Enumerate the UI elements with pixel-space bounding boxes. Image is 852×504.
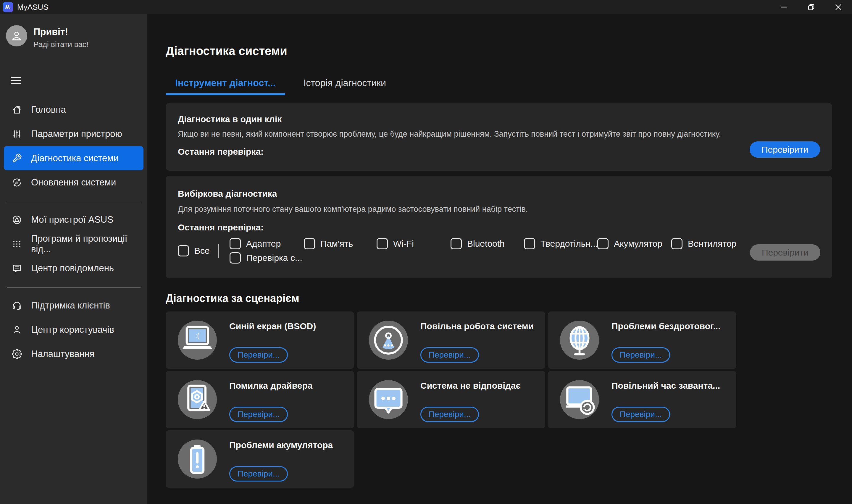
tab-bar: Інструмент діагност... Історія діагности… bbox=[166, 77, 832, 95]
last-check-label: Остання перевірка: bbox=[178, 146, 820, 157]
scenario-card-bsod: :( Синій екран (BSOD) Перевіри... bbox=[166, 311, 354, 369]
tab-diagnostic-history[interactable]: Історія діагностики bbox=[294, 77, 396, 95]
scenario-check-button[interactable]: Перевіри... bbox=[229, 347, 288, 363]
sidebar-item-label: Оновлення системи bbox=[31, 177, 116, 188]
avatar[interactable] bbox=[6, 25, 27, 47]
scenario-card-title: Проблеми бездротовог... bbox=[612, 321, 736, 331]
checkbox-fan[interactable]: Вентилятор bbox=[671, 237, 736, 250]
card-description: Для розуміння поточного стану вашого ком… bbox=[178, 204, 820, 214]
checkbox-ssd[interactable]: Твердотільн... bbox=[524, 237, 598, 250]
window-controls bbox=[771, 0, 852, 14]
main-content: Діагностика системи Інструмент діагност.… bbox=[147, 14, 852, 504]
card-title: Вибіркова діагностика bbox=[178, 188, 820, 199]
sidebar-item-home[interactable]: Головна bbox=[4, 97, 144, 122]
sidebar-item-label: Центр користувачів bbox=[31, 324, 114, 335]
sidebar-item-label: Програми й пропозиції від... bbox=[31, 233, 144, 255]
checkbox-wifi[interactable]: Wi-Fi bbox=[377, 237, 414, 250]
home-icon bbox=[12, 105, 22, 115]
sidebar-item-customer-support[interactable]: Підтримка клієнтів bbox=[4, 293, 144, 318]
sidebar-item-label: Мої пристрої ASUS bbox=[31, 214, 113, 225]
scenario-section-heading: Діагностика за сценарієм bbox=[166, 292, 832, 304]
scenario-check-button[interactable]: Перевіри... bbox=[420, 407, 479, 422]
scenario-card-title: Помилка драйвера bbox=[229, 380, 354, 391]
page-title: Діагностика системи bbox=[166, 44, 832, 58]
checkbox-box bbox=[377, 238, 388, 249]
system-update-icon bbox=[12, 178, 22, 187]
user-icon bbox=[12, 325, 22, 335]
driver-error-icon bbox=[178, 380, 217, 419]
checkbox-group-divider bbox=[218, 244, 219, 258]
greeting-subtitle: Раді вітати вас! bbox=[33, 40, 88, 49]
scenario-check-button[interactable]: Перевіри... bbox=[612, 407, 670, 422]
scenario-check-button[interactable]: Перевіри... bbox=[420, 347, 479, 363]
restore-button[interactable] bbox=[798, 0, 825, 14]
sidebar-divider bbox=[7, 288, 141, 288]
checkbox-memory[interactable]: Пам'ять bbox=[304, 237, 353, 250]
checkbox-box bbox=[304, 238, 315, 249]
scenario-grid: :( Синій екран (BSOD) Перевіри... Повіль… bbox=[166, 311, 832, 488]
sidebar-item-settings[interactable]: Налаштування bbox=[4, 342, 144, 366]
menu-toggle-button[interactable] bbox=[11, 77, 21, 86]
sidebar-nav: Головна Параметри пристрою Діагностика с… bbox=[0, 97, 147, 366]
sidebar-item-system-update[interactable]: Оновлення системи bbox=[4, 170, 144, 195]
chat-dots-icon bbox=[369, 380, 408, 419]
bsod-laptop-icon: :( bbox=[178, 321, 217, 360]
scenario-card-wireless: Проблеми бездротовог... Перевіри... bbox=[548, 311, 736, 369]
scenario-check-button[interactable]: Перевіри... bbox=[612, 347, 670, 363]
sidebar-item-apps-offers[interactable]: Програми й пропозиції від... bbox=[4, 232, 144, 256]
sidebar: Привіт! Раді вітати вас! Головна Парамет… bbox=[0, 14, 147, 504]
selective-diagnostics-card: Вибіркова діагностика Для розуміння пото… bbox=[166, 176, 832, 278]
selective-check-button-disabled[interactable]: Перевірити bbox=[750, 244, 820, 260]
close-button[interactable] bbox=[825, 0, 852, 14]
card-description: Якщо ви не певні, який компонент створює… bbox=[178, 129, 820, 139]
scenario-check-button[interactable]: Перевіри... bbox=[229, 407, 288, 422]
sidebar-item-device-settings[interactable]: Параметри пристрою bbox=[4, 122, 144, 146]
sidebar-item-label: Головна bbox=[31, 104, 66, 115]
sidebar-item-system-diagnosis[interactable]: Діагностика системи bbox=[4, 146, 144, 170]
battery-alert-icon bbox=[178, 439, 217, 479]
sidebar-item-user-center[interactable]: Центр користувачів bbox=[4, 318, 144, 342]
checkbox-bluetooth[interactable]: Bluetooth bbox=[451, 237, 505, 250]
scenario-card-slow-system: Повільна робота системи Перевіри... bbox=[357, 311, 545, 369]
checkbox-box bbox=[230, 238, 241, 249]
scenario-card-not-responding: Система не відповідає Перевіри... bbox=[357, 371, 545, 428]
checkbox-battery[interactable]: Акумулятор bbox=[597, 237, 663, 250]
minimize-button[interactable] bbox=[771, 0, 798, 14]
scenario-card-battery-issues: Проблеми акумулятора Перевіри... bbox=[166, 430, 354, 488]
titlebar: MyASUS bbox=[0, 0, 852, 14]
scenario-card-title: Синій екран (BSOD) bbox=[229, 321, 354, 331]
app-title: MyASUS bbox=[17, 3, 48, 12]
wrench-icon bbox=[12, 153, 22, 163]
checkbox-system-check[interactable]: Перевірка с... bbox=[230, 251, 302, 265]
gauge-icon bbox=[369, 321, 408, 360]
checkbox-box bbox=[451, 238, 462, 249]
checkbox-all[interactable]: Все bbox=[178, 244, 210, 257]
myasus-logo-icon bbox=[3, 2, 13, 12]
card-title: Діагностика в один клік bbox=[178, 113, 820, 125]
message-center-icon bbox=[12, 263, 22, 273]
scenario-card-title: Повільна робота системи bbox=[420, 321, 545, 331]
sidebar-item-label: Налаштування bbox=[31, 349, 94, 359]
checkbox-box bbox=[524, 238, 535, 249]
one-click-check-button[interactable]: Перевірити bbox=[750, 141, 820, 158]
last-check-label: Остання перевірка: bbox=[178, 222, 820, 233]
checkbox-box bbox=[671, 238, 683, 249]
sidebar-item-label: Підтримка клієнтів bbox=[31, 300, 110, 311]
sidebar-item-label: Центр повідомлень bbox=[31, 263, 114, 274]
svg-text::(: :( bbox=[195, 332, 199, 340]
greeting-title: Привіт! bbox=[33, 26, 88, 37]
scenario-card-title: Повільний час заванта... bbox=[612, 380, 736, 391]
sidebar-item-my-asus-devices[interactable]: Мої пристрої ASUS bbox=[4, 208, 144, 232]
slow-boot-icon bbox=[560, 380, 599, 419]
sliders-icon bbox=[12, 129, 22, 139]
headset-icon bbox=[12, 301, 22, 310]
scenario-card-title: Проблеми акумулятора bbox=[229, 440, 354, 450]
apps-grid-icon bbox=[12, 239, 22, 249]
checkbox-box bbox=[178, 245, 189, 256]
sidebar-item-message-center[interactable]: Центр повідомлень bbox=[4, 256, 144, 281]
checkbox-adapter[interactable]: Адаптер bbox=[230, 237, 281, 250]
asus-devices-icon bbox=[12, 215, 22, 225]
tab-diagnostic-tool[interactable]: Інструмент діагност... bbox=[166, 77, 285, 95]
scenario-check-button[interactable]: Перевіри... bbox=[229, 466, 288, 482]
profile-block: Привіт! Раді вітати вас! bbox=[6, 25, 147, 49]
